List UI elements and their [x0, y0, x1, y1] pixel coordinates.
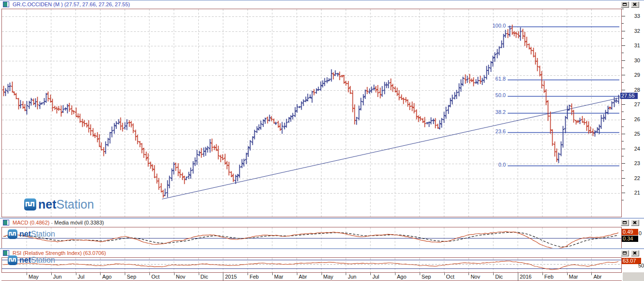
rsi-window: RSI (Relative Strength Index) (63.0706) …	[0, 248, 644, 281]
time-tick	[591, 273, 592, 275]
time-tick	[444, 273, 445, 275]
fib-level-label: 0.0	[477, 162, 506, 168]
time-tick-label: Oct	[446, 274, 454, 280]
time-tick	[100, 273, 101, 275]
rsi-plot-frame	[1, 257, 622, 273]
time-tick	[468, 273, 469, 275]
rsi-titlebar[interactable]: RSI (Relative Strength Index) (63.0706)	[1, 250, 643, 257]
time-tick	[420, 273, 420, 275]
close-icon	[632, 2, 637, 7]
price-tick-label: 29	[628, 72, 640, 78]
time-tick-label: Abr	[593, 274, 601, 280]
macd-titlebar[interactable]: MACD (0.4862) - Media móvil (0.3383)	[1, 219, 643, 226]
time-tick-label: 2016	[520, 274, 531, 280]
time-tick	[149, 273, 150, 275]
macd-zero-label: 0	[639, 230, 642, 236]
time-tick	[51, 273, 52, 275]
time-tick	[272, 273, 273, 275]
maximize-button[interactable]	[621, 250, 629, 256]
time-tick-label: Feb	[544, 274, 554, 280]
axis-corner-fill	[623, 272, 644, 281]
fib-level-label: 23.6	[477, 128, 506, 134]
fib-level-label: 100.0	[477, 23, 506, 28]
time-tick-label: Mar	[274, 274, 283, 280]
time-tick	[542, 273, 543, 275]
maximize-icon	[623, 252, 627, 254]
chart-window-icon	[3, 250, 9, 256]
macd-chart-canvas[interactable]	[2, 227, 621, 249]
price-tick-label: 22	[628, 175, 640, 181]
rsi-title: RSI (Relative Strength Index) (63.0706)	[13, 250, 106, 256]
price-tick-label: 30	[628, 57, 640, 63]
macd-title: MACD (0.4862) - Media móvil (0.3383)	[13, 220, 104, 225]
price-axis-ticks	[622, 9, 627, 217]
price-tick-label: 32	[628, 28, 640, 34]
price-tick-label: 33	[628, 13, 640, 19]
price-tick-label: 24	[628, 146, 640, 152]
close-icon	[632, 251, 637, 255]
time-tick-label: Mar	[569, 274, 578, 280]
time-tick	[322, 273, 322, 275]
fib-level-label: 61.8	[477, 76, 506, 82]
time-tick	[493, 273, 494, 275]
time-tick-label: Jun	[53, 274, 62, 280]
time-axis: MayJunJulAgoSepOctNovDic2015FebMarAbrMay…	[1, 272, 622, 281]
close-button[interactable]	[631, 220, 639, 226]
last-price-tag: 27.55	[620, 93, 638, 99]
time-tick	[27, 273, 27, 275]
main-chart-titlebar[interactable]: GR.C.OCCIDEN (M ) (27.57, 27.66, 27.26, …	[1, 1, 643, 8]
price-tick-label: 31	[628, 42, 640, 48]
price-axis: 21222324252627282930313233	[622, 9, 644, 217]
maximize-button[interactable]	[621, 220, 629, 226]
chart-window-icon	[3, 1, 9, 7]
netstation-app: GR.C.OCCIDEN (M ) (27.57, 27.66, 27.26, …	[0, 0, 644, 281]
time-tick	[567, 273, 568, 275]
time-tick-label: Sep	[422, 274, 431, 280]
price-tick-label: 26	[628, 116, 640, 122]
price-tick-label: 25	[628, 131, 640, 137]
time-tick-label: Oct	[151, 274, 160, 280]
main-chart-canvas[interactable]	[2, 9, 621, 217]
time-tick-label: Jul	[78, 274, 85, 280]
maximize-icon	[623, 221, 627, 224]
time-tick-label: May	[29, 274, 39, 280]
time-tick	[248, 273, 248, 275]
main-plot-frame	[1, 9, 622, 217]
time-tick-label: Dic	[201, 274, 208, 280]
macd-value-tag: 0.49	[622, 229, 638, 235]
time-tick-label: Feb	[249, 274, 259, 280]
close-button[interactable]	[631, 250, 639, 256]
maximize-button[interactable]	[621, 1, 629, 8]
time-tick-label: Ago	[397, 274, 407, 280]
time-tick	[199, 273, 199, 275]
fib-level-label: 50.0	[477, 92, 506, 98]
time-tick	[297, 273, 297, 275]
time-tick	[223, 273, 223, 281]
main-chart-title: GR.C.OCCIDEN (M ) (27.57, 27.66, 27.26, …	[13, 1, 130, 7]
time-tick-label: Jul	[372, 274, 379, 280]
macd-signal-tag: 0.34	[622, 236, 638, 242]
time-tick-label: Sep	[127, 274, 136, 280]
time-tick-label: 2015	[225, 274, 236, 280]
time-tick	[125, 273, 125, 275]
rsi-chart-canvas[interactable]	[2, 258, 621, 273]
main-chart-window: GR.C.OCCIDEN (M ) (27.57, 27.66, 27.26, …	[0, 0, 644, 218]
time-tick	[174, 273, 175, 275]
time-tick	[346, 273, 346, 275]
time-tick	[370, 273, 371, 275]
price-tick-label: 28	[628, 87, 640, 93]
time-tick-label: Dic	[495, 274, 503, 280]
time-tick	[395, 273, 395, 275]
time-tick-label: Abr	[299, 274, 307, 280]
close-button[interactable]	[631, 1, 639, 8]
time-tick-label: Jun	[348, 274, 356, 280]
price-tick-label: 27	[628, 101, 640, 107]
time-tick	[518, 273, 518, 281]
price-tick-label: 23	[628, 160, 640, 166]
time-tick-label: Nov	[470, 274, 480, 280]
macd-window: MACD (0.4862) - Media móvil (0.3383) net…	[0, 218, 644, 248]
macd-plot-frame	[1, 227, 622, 249]
rsi-mid-label: 50	[638, 263, 644, 268]
time-tick-label: May	[323, 274, 334, 280]
close-icon	[632, 220, 637, 225]
